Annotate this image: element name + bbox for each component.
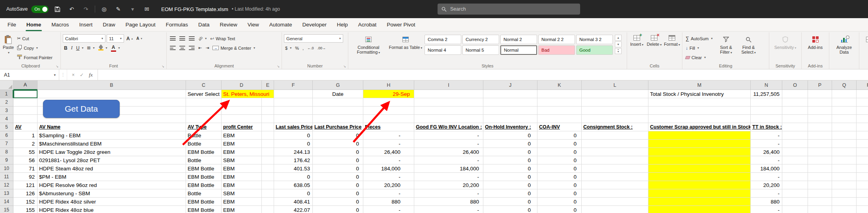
cell-H10[interactable]: 184,000 bbox=[363, 164, 414, 173]
cell-C4[interactable] bbox=[186, 115, 222, 123]
row-header-8[interactable]: 8 bbox=[0, 148, 13, 156]
font-color-button[interactable]: A▾ bbox=[110, 44, 121, 52]
cell-A5[interactable]: AV bbox=[13, 123, 38, 131]
cell-Q1[interactable] bbox=[832, 90, 857, 98]
cell-G13[interactable]: 0 bbox=[313, 189, 363, 198]
cell-F5[interactable]: Last sales Price bbox=[274, 123, 313, 131]
cell-I11[interactable]: - bbox=[414, 173, 483, 181]
cell-F3[interactable] bbox=[274, 106, 313, 115]
cell-P1[interactable] bbox=[808, 90, 832, 98]
style-normal-2[interactable]: Normal 2 bbox=[500, 35, 537, 44]
cell-H7[interactable]: - bbox=[363, 140, 414, 148]
column-header-O[interactable]: O bbox=[782, 80, 808, 90]
cell-B9[interactable]: 0291881- Lysol 28oz PET bbox=[38, 156, 186, 164]
column-header-M[interactable]: M bbox=[648, 80, 751, 90]
cell-J10[interactable]: 0 bbox=[483, 164, 537, 173]
cell-D1[interactable]: St. Peters, Missouri bbox=[222, 90, 274, 98]
cell-P2[interactable] bbox=[808, 98, 832, 106]
cell-O6[interactable] bbox=[782, 131, 808, 140]
cell-C3[interactable] bbox=[186, 106, 222, 115]
cell-C8[interactable]: EBM Bottle bbox=[186, 148, 222, 156]
cell-C15[interactable]: EBM Bottle bbox=[186, 206, 222, 213]
menu-item-review[interactable]: Review bbox=[214, 18, 242, 31]
cell-J1[interactable] bbox=[483, 90, 537, 98]
column-header-N[interactable]: N bbox=[751, 80, 782, 90]
cell-E10[interactable] bbox=[262, 164, 274, 173]
column-header-D[interactable]: D bbox=[222, 80, 262, 90]
cell-A11[interactable]: 92 bbox=[13, 173, 38, 181]
cell-F2[interactable] bbox=[274, 98, 313, 106]
cell-C1[interactable]: Server Select bbox=[186, 90, 222, 98]
cell-P12[interactable] bbox=[808, 181, 832, 189]
cell-C9[interactable]: Bottle bbox=[186, 156, 222, 164]
cell-J2[interactable] bbox=[483, 98, 537, 106]
cell-P10[interactable] bbox=[808, 164, 832, 173]
cell-N14[interactable]: 880 bbox=[751, 198, 782, 206]
cell-Q9[interactable] bbox=[832, 156, 857, 164]
cell-B7[interactable]: $Maschinenstillstand EBM bbox=[38, 140, 186, 148]
cell-N10[interactable]: 184,000 bbox=[751, 164, 782, 173]
cell-R14[interactable] bbox=[857, 198, 868, 206]
cell-L6[interactable] bbox=[582, 131, 648, 140]
cell-K13[interactable]: 0 bbox=[537, 189, 582, 198]
cell-J5[interactable]: On-Hold Inventory : bbox=[483, 123, 537, 131]
cell-I14[interactable]: 880 bbox=[414, 198, 483, 206]
cell-I12[interactable]: 20,200 bbox=[414, 181, 483, 189]
cell-G5[interactable]: Last Purchase Price bbox=[313, 123, 363, 131]
dialog-launcher-icon[interactable]: ↘ bbox=[343, 65, 346, 68]
cell-L5[interactable]: Consignment Stock : bbox=[582, 123, 648, 131]
dialog-launcher-icon[interactable]: ↘ bbox=[56, 65, 58, 68]
cell-I6[interactable]: - bbox=[414, 131, 483, 140]
cell-M10[interactable] bbox=[648, 164, 751, 173]
cell-F7[interactable]: 0 bbox=[274, 140, 313, 148]
copy-button[interactable]: Copy▾ bbox=[16, 44, 54, 52]
dialog-launcher-icon[interactable]: ↘ bbox=[277, 65, 280, 68]
cell-G9[interactable]: 0 bbox=[313, 156, 363, 164]
underline-button[interactable]: U▾ bbox=[75, 44, 85, 52]
row-header-11[interactable]: 11 bbox=[0, 173, 13, 181]
cell-Q14[interactable] bbox=[832, 198, 857, 206]
style-normal[interactable]: Normal bbox=[500, 45, 537, 55]
dialog-launcher-icon[interactable]: ↘ bbox=[162, 65, 164, 68]
column-header-B[interactable]: B bbox=[38, 80, 186, 90]
cell-D5[interactable]: profit Center bbox=[222, 123, 262, 131]
style-comma-2[interactable]: Comma 2 bbox=[425, 35, 461, 44]
cell-N9[interactable]: - bbox=[751, 156, 782, 164]
accounting-format-button[interactable]: $▾ bbox=[284, 44, 293, 52]
cell-P6[interactable] bbox=[808, 131, 832, 140]
cell-M11[interactable] bbox=[648, 173, 751, 181]
cell-O15[interactable] bbox=[782, 206, 808, 213]
cell-E8[interactable] bbox=[262, 148, 274, 156]
align-top-button[interactable] bbox=[169, 34, 177, 43]
cell-H2[interactable] bbox=[363, 98, 414, 106]
cell-C2[interactable] bbox=[186, 98, 222, 106]
cell-M14[interactable] bbox=[648, 198, 751, 206]
cell-K7[interactable]: 0 bbox=[537, 140, 582, 148]
cell-D15[interactable]: EBM bbox=[222, 206, 262, 213]
sort-filter-button[interactable]: Sort & Filter▾ bbox=[716, 33, 736, 55]
cell-B10[interactable]: HDPE Steam 48oz red bbox=[38, 164, 186, 173]
orientation-button[interactable]: ab▾ bbox=[197, 34, 208, 43]
cell-C6[interactable]: Bottle bbox=[186, 131, 222, 140]
column-header-E[interactable]: E bbox=[262, 80, 274, 90]
name-box-resizer[interactable]: ⋮ bbox=[59, 69, 67, 80]
cell-P7[interactable] bbox=[808, 140, 832, 148]
increase-font-button[interactable]: A▴ bbox=[125, 34, 134, 43]
cell-O10[interactable] bbox=[782, 164, 808, 173]
cell-D10[interactable]: EBM bbox=[222, 164, 262, 173]
cell-J3[interactable] bbox=[483, 106, 537, 115]
cell-L15[interactable] bbox=[582, 206, 648, 213]
cell-G2[interactable] bbox=[313, 98, 363, 106]
menu-item-acrobat[interactable]: Acrobat bbox=[353, 18, 382, 31]
cell-F11[interactable]: 0 bbox=[274, 173, 313, 181]
cell-O1[interactable] bbox=[782, 90, 808, 98]
cell-Q13[interactable] bbox=[832, 189, 857, 198]
cancel-icon[interactable]: × bbox=[72, 72, 75, 78]
cell-M15[interactable] bbox=[648, 206, 751, 213]
name-box[interactable]: A1 ▾ bbox=[0, 69, 59, 80]
redo-icon[interactable]: ↷ bbox=[81, 4, 91, 15]
cell-P3[interactable] bbox=[808, 106, 832, 115]
analyze-data-button[interactable]: Analyze Data bbox=[831, 33, 857, 55]
row-header-2[interactable]: 2 bbox=[0, 98, 13, 106]
cell-M12[interactable] bbox=[648, 181, 751, 189]
